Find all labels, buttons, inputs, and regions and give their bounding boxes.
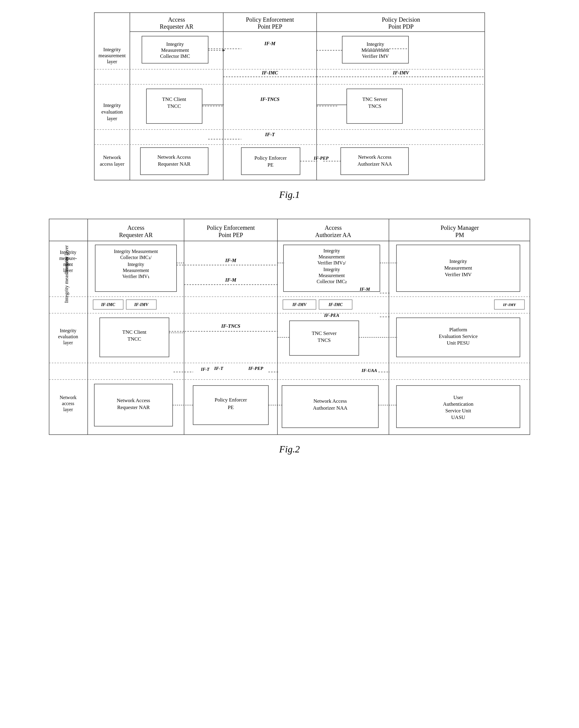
fig2-aa-header2: Authorizer AA [315,232,351,238]
fig2-ar-imv1c: Verifier IMV₁ [122,274,149,279]
fig2-svg: Access Requester AR Policy Enforcement P… [49,218,530,435]
fig1-layer2-label2: evaluation [102,109,123,115]
fig2-layer1-a: Integrity [60,250,76,255]
fig2-aa-tncs2: TNCS [318,337,330,343]
fig2-ar-imc1: Integrity Measurement [114,249,158,254]
fig2-pep-ift: IF-T [214,366,224,371]
fig1-pdp-header: Policy Decision [382,16,420,23]
fig2-pm-uasu4: UASU [451,414,465,420]
fig2-ar-ifimc2: IF-IMC [101,303,116,307]
fig2-layer3-a: Network [60,395,77,400]
fig1-pdp-ifimv: IF-IMV [393,70,409,75]
fig2-ar-tncc2: TNCC [127,336,141,342]
fig1-pdp-header2: Point PDP [388,23,413,30]
fig2-ar-header2: Requester AR [119,232,153,238]
fig2-pm-uasu2: Authentication [443,401,474,407]
fig2-ar-imv1: Integrity [127,262,144,267]
fig2-aa-imc2b: Measurement [319,273,345,278]
fig1-layer1-label2: measurement [99,53,126,58]
fig2-pm-imv3: Verifier IMV [445,272,472,278]
fig1-layer1-label3: layer [107,59,117,64]
fig2-ar-imc1b: Collector IMC₁/ [120,255,152,260]
fig2-layer2-b: evaluation [58,334,78,339]
fig2-pep-iftncs: IF-TNCS [221,323,240,329]
fig2-pm-header2: PM [455,232,464,238]
fig1-pdp-imv3: Verifier IMV [362,53,389,59]
fig2-pm-pesu3: Unit PESU [447,340,470,346]
fig1-ar-header: Access [168,16,185,23]
fig2-layer3-c: layer [63,407,73,412]
fig2-pep-pe2: PE [228,405,234,410]
fig2-aa-ifimv: IF-IMV [292,303,307,307]
fig2-pep-header: Policy Enforcement [207,225,255,231]
fig1-pep-iftncs: IF-TNCS [260,97,279,102]
fig2-aa-naa2: Authorizer NAA [313,405,348,411]
fig2-aa-header: Access [325,225,342,231]
fig1-pep-ifimc: IF-IMC [261,70,278,75]
fig1-pdp-naa2: Authorizer NAA [358,161,392,167]
fig2-pm-pesu2: Evaluation Service [439,333,478,339]
fig1-ar-tncc2: TNCC [167,103,181,109]
fig1-layer3-label: Network [103,155,121,160]
fig2-layer1-d: layer [63,268,73,273]
fig1-layer3-label2: access layer [100,161,124,167]
fig2-aa-ifuaa: IF-UAA [361,368,377,373]
fig2-aa-imv2: Integrity [323,248,340,254]
fig1-svg: Access Requester AR Policy Enforcement P… [94,12,485,181]
fig1-layer2-label: Integrity [103,102,121,108]
fig2-pm-uasu: User [453,395,463,400]
fig1-pdp-tncs2: TNCS [368,103,381,109]
fig2-pm-header: Policy Manager [440,225,479,231]
fig2-aa-imc2: Integrity [323,267,340,272]
fig1-pep-ifm: IF-M [264,41,276,46]
fig1-pep-ift: IF-T [265,132,275,137]
fig2-layer2-a: Integrity [60,328,76,333]
page-container: Access Requester AR Policy Enforcement P… [18,12,561,455]
fig2-aa-naa: Network Access [313,398,347,404]
fig2-pm-imv: Integrity [450,258,467,264]
fig1-pdp-naa: Network Access [358,154,392,160]
fig2-ar-nar2: Requester NAR [117,405,150,410]
fig1-pdp-imv: Integrity [367,41,384,47]
fig1-pdp-ifpep: IF-PEP [313,156,329,160]
fig2-diagram-wrapper: Access Requester AR Policy Enforcement P… [49,218,530,437]
figure-2-block: Access Requester AR Policy Enforcement P… [18,218,561,455]
fig2-layer1-b: measure- [59,256,77,261]
fig2-pep-ifpep: IF-PEP [248,366,263,371]
fig2-layer1-c: ment [63,262,73,267]
fig2-layer3-b: access [62,401,74,406]
fig2-layer2-c: layer [63,340,73,345]
fig2-ar-nar: Network Access [117,397,150,403]
fig2-ar-tncc: TNC Client [122,329,146,335]
fig1-ar-imc3: Collector IMC [160,53,190,59]
fig2-aa-tncs: TNC Server [312,331,337,336]
fig1-ar-tncc: TNC Client [162,96,186,102]
fig2-ar-header: Access [127,225,145,231]
fig1-pep-pe: Policy Enforcer [254,155,286,161]
fig1-ar-header2: Requester AR [160,23,194,30]
fig2-ar-ifimv: IF-IMV [134,303,149,307]
fig1-ar-imc: Integrity [166,41,184,47]
fig2-aa-ifpea: IF-PEA [324,313,339,318]
fig1-pdp-imv2: Measurement [361,47,389,53]
fig1-pep-header: Policy Enforcement [246,16,294,23]
fig2-pep-ifm2: IF-M [225,278,236,283]
fig2-pm-ifimv2: IF-IMY [503,303,517,307]
fig2-pm-uasu3: Service Unit [445,408,471,414]
svg-rect-20 [241,148,300,175]
fig2-pep-pe: Policy Enforcer [215,397,247,403]
fig2-ar-imv1b: Measurement [123,268,149,273]
fig1-layer1-label: Integrity [103,47,121,52]
fig2-aa-ifm: IF-M [359,287,370,291]
fig2-aa-imv2c: Verifier IMV₂/ [318,260,346,265]
fig1-label: Fig.1 [279,189,300,200]
fig1-ar-imc2: Measurement [161,47,189,53]
figure-1-block: Access Requester AR Policy Enforcement P… [18,12,561,200]
fig2-pm-pesu: Platform [449,327,467,333]
fig2-ift-label: IF-T [201,367,210,372]
fig1-ar-nar: Network Access [157,154,191,160]
fig2-label: Fig.2 [279,444,300,455]
fig1-pep-header2: Point PEP [257,23,282,30]
fig2-aa-ifimc: IF-IMC [328,303,343,307]
fig2-pep-header2: Point PEP [219,232,243,238]
